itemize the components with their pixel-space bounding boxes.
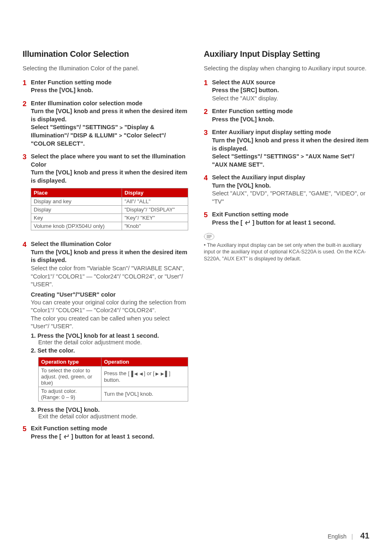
step-title: Exit Function setting mode	[212, 211, 369, 219]
substep-number: 2.	[31, 347, 37, 354]
th-optype: Operation type	[39, 357, 101, 366]
th-place: Place	[31, 188, 122, 197]
frag: Press the [	[104, 370, 129, 376]
substep-text: Enter the detail color adjustment mode.	[38, 339, 188, 346]
step-3: 3 Select the place where you want to set…	[23, 153, 188, 235]
step-number: 5	[23, 425, 31, 441]
page-footer: English | 41	[327, 531, 369, 541]
step-action: Press the [VOL] knob.	[31, 86, 188, 95]
frag: Press the [	[212, 219, 244, 226]
substep-1: 1. Press the [VOL] knob for at least 1 s…	[31, 332, 188, 346]
substep-text: Exit the detail color adjustment mode.	[38, 413, 188, 420]
step-title: Enter Function setting mode	[212, 107, 369, 116]
cell: Key	[31, 214, 122, 222]
path-seg: Select "Settings"/ "SETTINGS"	[31, 124, 120, 130]
return-icon	[63, 434, 69, 442]
frag: Press the [	[31, 433, 63, 440]
note-icon	[204, 233, 214, 240]
page-number: 41	[360, 531, 369, 540]
table-row: Display"Display"/ "DISPLAY"	[31, 206, 188, 214]
subtext: The color you created can be called when…	[31, 315, 188, 331]
footer-lang: English	[327, 533, 346, 540]
frag: ] button for at least 1 second.	[69, 433, 154, 440]
step-action: Press the [ ] button for at least 1 seco…	[31, 433, 188, 442]
cell: To select the color to adjust. (red, gre…	[39, 366, 101, 387]
step-4: 4 Select the Illumination Color Turn the…	[23, 240, 188, 420]
next-track-icon: ►►▌	[154, 371, 169, 377]
step-3: 3 Enter Auxiliary input display setting …	[204, 128, 369, 169]
step-path: Select "Settings"/ "SETTINGS" > "AUX Nam…	[212, 153, 369, 169]
substep-title: Set the color.	[37, 347, 75, 354]
table-row: Display and key"All"/ "ALL"	[31, 197, 188, 206]
step-action: Turn the [VOL] knob and press it when th…	[31, 248, 188, 265]
step-1: 1 Enter Function setting mode Press the …	[23, 79, 188, 95]
note-list: The Auxiliary input display can be set o…	[204, 242, 369, 263]
step-title: Enter Illumination color selection mode	[31, 100, 188, 108]
step-title: Select the Auxiliary input display	[212, 174, 369, 182]
step-number: 4	[23, 240, 31, 420]
section-heading-right: Auxiliary Input Display Setting	[204, 49, 369, 59]
section-heading-left: Illumination Color Selection	[23, 49, 188, 59]
step-5: 5 Exit Function setting mode Press the […	[204, 211, 369, 227]
step-title: Select the AUX source	[212, 79, 369, 87]
intro-right: Selecting the display when changing to A…	[204, 65, 369, 73]
step-number: 4	[204, 174, 212, 206]
page-columns: Illumination Color Selection Selecting t…	[23, 49, 369, 446]
substep-2: 2. Set the color.	[31, 347, 188, 354]
step-title: Enter Function setting mode	[31, 79, 188, 87]
cell: Turn the [VOL] knob.	[101, 387, 188, 401]
frag: ] or [	[144, 370, 154, 376]
step-1: 1 Select the AUX source Press the [SRC] …	[204, 79, 369, 103]
step-action: Press the [SRC] button.	[212, 86, 369, 95]
step-number: 5	[204, 211, 212, 227]
substep-number: 3.	[31, 406, 37, 413]
note-item: The Auxiliary input display can be set o…	[204, 242, 369, 263]
step-text: Select the "AUX" display.	[212, 95, 369, 103]
step-4: 4 Select the Auxiliary input display Tur…	[204, 174, 369, 206]
step-5: 5 Exit Function setting mode Press the […	[23, 425, 188, 441]
cell: Display and key	[31, 197, 122, 206]
table-row: Volume knob (DPX504U only)"Knob"	[31, 222, 188, 230]
substep-number: 1.	[31, 332, 37, 339]
step-number: 3	[23, 153, 31, 235]
step-title: Enter Auxiliary input display setting mo…	[212, 128, 369, 137]
operation-table: Operation type Operation To select the c…	[38, 357, 188, 402]
step-2: 2 Enter Illumination color selection mod…	[23, 100, 188, 148]
table-row: Key"Key"/ "KEY"	[31, 214, 188, 222]
step-title: Select the Illumination Color	[31, 240, 188, 248]
step-2: 2 Enter Function setting mode Press the …	[204, 107, 369, 123]
subhead-user-color: Creating "User"/"USER" color	[31, 291, 188, 298]
step-text: Select "AUX", "DVD", "PORTABLE", "GAME",…	[212, 190, 369, 206]
place-table: Place Display Display and key"All"/ "ALL…	[31, 188, 188, 230]
arrow-icon: >	[119, 132, 122, 139]
return-icon	[244, 220, 251, 228]
subtext: You can create your original color durin…	[31, 299, 188, 315]
substep-title: Press the [VOL] knob for at least 1 seco…	[37, 332, 159, 339]
cell: "Knob"	[122, 222, 188, 230]
table-row: To adjust color. (Range: 0 – 9) Turn the…	[39, 387, 188, 401]
step-action: Press the [VOL] knob.	[212, 116, 369, 124]
step-action: Turn the [VOL] knob and press it when th…	[31, 169, 188, 185]
intro-left: Selecting the Illumination Color of the …	[23, 65, 188, 73]
frag: ] button for at least 1 second.	[251, 219, 335, 226]
step-text: Select the color from "Variable Scan"/ "…	[31, 265, 188, 289]
cell: Press the [▐◄◄] or [►►▌] button.	[101, 366, 188, 387]
substep-title: Press the [VOL] knob.	[37, 406, 99, 413]
substep-3: 3. Press the [VOL] knob. Exit the detail…	[31, 406, 188, 420]
step-number: 3	[204, 128, 212, 169]
step-number: 1	[204, 79, 212, 103]
th-operation: Operation	[101, 357, 188, 366]
step-title: Select the place where you want to set t…	[31, 153, 188, 169]
path-seg: Select "Settings"/ "SETTINGS"	[212, 153, 301, 160]
cell: Volume knob (DPX504U only)	[31, 222, 122, 230]
left-column: Illumination Color Selection Selecting t…	[23, 49, 188, 446]
step-action: Turn the [VOL] knob and press it when th…	[212, 137, 369, 153]
cell: "Key"/ "KEY"	[122, 214, 188, 222]
arrow-icon: >	[120, 124, 123, 132]
prev-track-icon: ▐◄◄	[129, 371, 144, 377]
step-number: 1	[23, 79, 31, 95]
arrow-icon: >	[301, 153, 304, 160]
cell: To adjust color. (Range: 0 – 9)	[39, 387, 101, 401]
step-action: Turn the [VOL] knob and press it when th…	[31, 107, 188, 123]
cell: "Display"/ "DISPLAY"	[122, 206, 188, 214]
